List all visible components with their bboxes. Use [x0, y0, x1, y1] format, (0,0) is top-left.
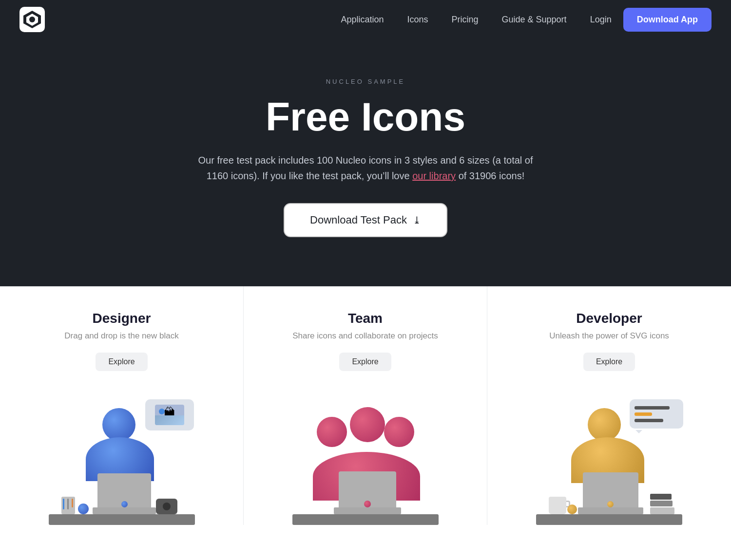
navbar: Application Icons Pricing Guide & Suppor… [0, 0, 731, 39]
team-laptop-dot [364, 501, 371, 507]
team-scene [283, 389, 448, 525]
svg-point-3 [29, 17, 35, 22]
hero-section: NUCLEO SAMPLE Free Icons Our free test p… [0, 39, 731, 286]
nav-item-pricing[interactable]: Pricing [452, 15, 479, 25]
feature-developer-explore-button[interactable]: Explore [583, 353, 635, 371]
nav-item-guide[interactable]: Guide & Support [502, 15, 567, 25]
library-link[interactable]: our library [412, 170, 456, 181]
logo-icon [19, 7, 45, 32]
team-head-right [384, 417, 414, 447]
feature-team: Team Share icons and collaborate on proj… [244, 286, 487, 525]
designer-bubble [145, 399, 194, 430]
feature-team-title: Team [263, 311, 467, 326]
login-link[interactable]: Login [590, 15, 612, 25]
feature-designer: Designer Drag and drop is the new black … [0, 286, 244, 525]
logo[interactable] [19, 7, 45, 32]
dev-book-3 [650, 494, 672, 500]
download-icon: ⤓ [413, 214, 421, 226]
designer-img-dot [159, 409, 165, 414]
nav-links: Application Icons Pricing Guide & Suppor… [341, 15, 566, 25]
developer-bubble [630, 399, 683, 429]
designer-camera [156, 499, 177, 514]
designer-laptop-dot [121, 501, 128, 507]
feature-team-desc: Share icons and collaborate on projects [263, 331, 467, 341]
developer-desk [536, 514, 682, 525]
developer-ball [567, 504, 577, 514]
developer-books [650, 492, 674, 514]
download-app-button[interactable]: Download App [623, 8, 712, 32]
developer-laptop-base [578, 507, 643, 514]
feature-designer-title: Designer [19, 311, 224, 326]
designer-laptop-base [93, 507, 156, 514]
features-section: Designer Drag and drop is the new black … [0, 286, 731, 525]
download-btn-label: Download Test Pack [310, 214, 407, 226]
hero-title: Free Icons [19, 95, 712, 139]
team-head-center [350, 407, 385, 442]
feature-team-explore-button[interactable]: Explore [339, 353, 391, 371]
feature-designer-explore-button[interactable]: Explore [96, 353, 147, 371]
nav-item-icons[interactable]: Icons [407, 15, 428, 25]
hero-description: Our free test pack includes 100 Nucleo i… [195, 152, 536, 184]
dev-code-line-2 [635, 412, 652, 416]
designer-image-icon [155, 405, 184, 425]
feature-designer-desc: Drag and drop is the new black [19, 331, 224, 341]
team-illustration [263, 389, 467, 525]
dev-code-line-1 [635, 406, 670, 410]
developer-illustration [507, 389, 712, 525]
designer-scene [39, 389, 205, 525]
hero-desc-text2: of 31906 icons! [456, 170, 524, 181]
hero-eyebrow: NUCLEO SAMPLE [19, 78, 712, 85]
feature-developer-desc: Unleash the power of SVG icons [507, 331, 712, 341]
developer-mug [549, 497, 566, 514]
team-head-left [317, 417, 347, 447]
dev-book-2 [650, 501, 673, 506]
developer-head [588, 408, 621, 441]
feature-developer: Developer Unleash the power of SVG icons… [487, 286, 731, 525]
team-desk [292, 514, 439, 525]
download-test-pack-button[interactable]: Download Test Pack ⤓ [284, 203, 447, 237]
nav-item-application[interactable]: Application [341, 15, 384, 25]
feature-developer-title: Developer [507, 311, 712, 326]
developer-scene [526, 389, 692, 525]
designer-head [102, 408, 135, 441]
dev-code-line-3 [635, 419, 663, 422]
designer-ball [78, 504, 89, 514]
designer-desk [49, 514, 195, 525]
designer-pencil-cup [61, 497, 75, 514]
designer-illustration [19, 389, 224, 525]
dev-book-1 [650, 507, 674, 514]
team-laptop-base [334, 507, 401, 514]
